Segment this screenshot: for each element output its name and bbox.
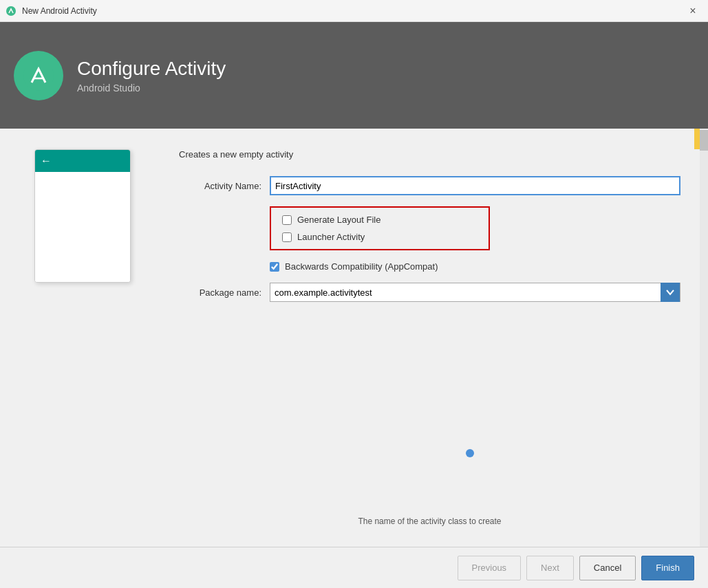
android-studio-logo	[14, 51, 63, 100]
phone-top-bar: ←	[35, 150, 130, 172]
scrollbar[interactable]	[700, 129, 708, 547]
generate-layout-row: Generate Layout File	[282, 215, 478, 225]
header-title: Configure Activity	[77, 58, 226, 80]
svg-point-1	[23, 61, 54, 91]
dialog: Configure Activity Android Studio ← Crea…	[0, 22, 708, 588]
backwards-compat-label: Backwards Compatibility (AppCompat)	[285, 261, 438, 272]
chevron-down-icon	[665, 287, 675, 297]
loading-area	[179, 313, 680, 499]
title-bar: New Android Activity ×	[0, 0, 708, 22]
finish-button[interactable]: Finish	[641, 556, 694, 580]
package-select-wrapper	[270, 283, 680, 302]
backwards-compat-checkbox[interactable]	[270, 262, 279, 272]
title-bar-left: New Android Activity	[6, 6, 97, 17]
yellow-accent-indicator	[694, 129, 700, 149]
creates-description: Creates a new empty activity	[179, 149, 680, 160]
scrollbar-thumb[interactable]	[700, 130, 708, 151]
package-name-input[interactable]	[270, 286, 661, 299]
window-title: New Android Activity	[22, 6, 97, 16]
left-panel: ←	[0, 129, 165, 547]
activity-name-row: Activity Name:	[179, 176, 680, 195]
generate-layout-checkbox[interactable]	[282, 215, 292, 225]
package-name-row: Package name:	[179, 283, 680, 302]
checkbox-group: Generate Layout File Launcher Activity	[270, 206, 490, 250]
header-subtitle: Android Studio	[77, 83, 226, 94]
dialog-footer: Previous Next Cancel Finish	[0, 547, 708, 588]
cancel-button[interactable]: Cancel	[579, 556, 636, 580]
app-icon	[6, 6, 17, 17]
launcher-activity-label: Launcher Activity	[297, 232, 365, 242]
launcher-activity-checkbox[interactable]	[282, 232, 292, 242]
hint-text: The name of the activity class to create	[179, 510, 680, 533]
generate-layout-label: Generate Layout File	[297, 215, 380, 225]
header-text: Configure Activity Android Studio	[77, 58, 226, 94]
loading-indicator	[466, 449, 474, 457]
dialog-header: Configure Activity Android Studio	[0, 22, 708, 129]
activity-name-label: Activity Name:	[179, 181, 261, 191]
previous-button[interactable]: Previous	[458, 556, 522, 580]
phone-preview: ←	[34, 149, 131, 283]
back-arrow-icon: ←	[41, 155, 52, 167]
activity-name-input[interactable]	[270, 176, 680, 195]
package-name-label: Package name:	[179, 287, 261, 298]
svg-point-0	[6, 6, 16, 16]
package-dropdown-button[interactable]	[661, 283, 680, 302]
logo-svg	[22, 59, 55, 92]
next-button[interactable]: Next	[526, 556, 574, 580]
phone-body	[35, 172, 130, 282]
backwards-compat-row: Backwards Compatibility (AppCompat)	[270, 261, 680, 272]
close-button[interactable]: ×	[683, 4, 702, 18]
right-panel: Creates a new empty activity Activity Na…	[165, 129, 708, 547]
launcher-activity-row: Launcher Activity	[282, 232, 478, 242]
dialog-body: ← Creates a new empty activity Activity …	[0, 129, 708, 547]
